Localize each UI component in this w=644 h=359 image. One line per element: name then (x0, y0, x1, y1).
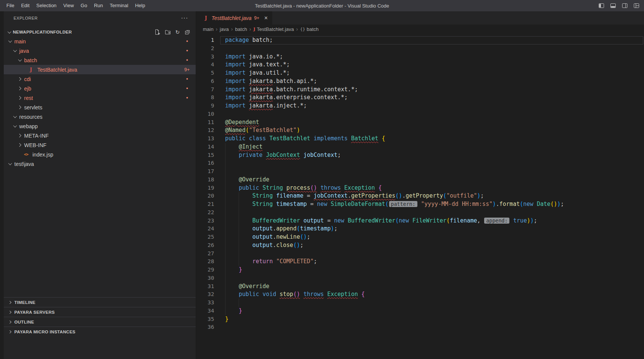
tree-item-webapp[interactable]: webapp (4, 121, 196, 131)
menu-selection[interactable]: Selection (33, 0, 60, 11)
code-line-12[interactable]: @Named("TestBatchlet") (225, 126, 644, 135)
tree-item-web-inf[interactable]: WEB-INF (4, 140, 196, 150)
problems-dot-badge: ● (186, 96, 188, 100)
menu-view[interactable]: View (60, 0, 77, 11)
code-line-25[interactable]: output.newLine(); (225, 233, 644, 241)
tree-item-test-java[interactable]: test\java (4, 159, 196, 169)
code-line-17[interactable] (225, 167, 644, 176)
tree-item-resources[interactable]: resources (4, 112, 196, 121)
code-token: ; (334, 225, 337, 232)
code-token (259, 291, 262, 298)
code-token (225, 201, 252, 207)
code-line-34[interactable]: } (225, 307, 644, 315)
section-payara-servers[interactable]: PAYARA SERVERS (4, 307, 196, 317)
breadcrumb-item-main[interactable]: main (203, 26, 213, 32)
tree-item-cdi[interactable]: cdi● (4, 74, 196, 84)
code-line-2[interactable] (225, 44, 644, 53)
tree-item-label: main (14, 38, 26, 44)
menu-go[interactable]: Go (77, 0, 90, 11)
tab-testbatchlet-java[interactable]: J TestBatchlet.java 9+ × (196, 11, 272, 25)
code-line-20[interactable]: String filename = jobContext.getProperti… (225, 192, 644, 200)
tree-item-rest[interactable]: rest● (4, 93, 196, 103)
code-line-28[interactable]: return "COMPLETED"; (225, 258, 644, 266)
code-line-27[interactable] (225, 250, 644, 258)
close-tab-icon[interactable]: × (264, 15, 268, 21)
code-line-1[interactable]: package batch; (225, 36, 644, 44)
toggle-primary-sidebar-icon[interactable] (598, 3, 604, 9)
toggle-secondary-sidebar-icon[interactable] (622, 3, 628, 9)
breadcrumb-label: java (220, 26, 229, 32)
code-token (510, 217, 513, 224)
section-payara-micro-instances[interactable]: PAYARA MICRO INSTANCES (4, 327, 196, 336)
code-line-16[interactable] (225, 159, 644, 167)
code-line-5[interactable]: import java.util.*; (225, 69, 644, 77)
code-line-32[interactable]: public void stop() throws Exception { (225, 290, 644, 299)
code-token: @Dependent (225, 119, 259, 126)
breadcrumb-item-java[interactable]: java (220, 26, 229, 32)
code-line-23[interactable]: BufferedWriter output = new BufferedWrit… (225, 217, 644, 225)
new-folder-icon[interactable] (165, 29, 171, 35)
line-number: 1 (196, 36, 217, 44)
workspace-root-folder[interactable]: NEWAPPLICATIONFOLDER ↻ (4, 28, 196, 37)
code-line-22[interactable] (225, 209, 644, 217)
tree-item-index-jsp[interactable]: <>index.jsp (4, 150, 196, 159)
code-token: BufferedWriter (252, 217, 300, 224)
code-line-24[interactable]: output.append(timestamp); (225, 225, 644, 233)
code-line-29[interactable]: } (225, 266, 644, 274)
tree-item-main[interactable]: main● (4, 37, 196, 46)
toggle-panel-icon[interactable] (610, 3, 616, 9)
code-editor[interactable]: 1234567891011121314151617181920212223242… (196, 34, 644, 359)
explorer-header: EXPLORER ··· (4, 11, 196, 25)
section-outline[interactable]: OUTLINE (4, 317, 196, 327)
code-line-35[interactable]: } (225, 315, 644, 324)
code-token: import (225, 53, 245, 60)
tree-item-testbatchlet-java[interactable]: JTestBatchlet.java9+ (4, 65, 196, 74)
code-line-4[interactable]: import java.text.*; (225, 61, 644, 69)
code-line-30[interactable] (225, 274, 644, 282)
refresh-explorer-icon[interactable]: ↻ (175, 29, 180, 35)
code-line-9[interactable]: import jakarta.inject.*; (225, 102, 644, 110)
menu-terminal[interactable]: Terminal (106, 0, 132, 11)
code-line-7[interactable]: import jakarta.batch.runtime.context.*; (225, 86, 644, 94)
code-line-3[interactable]: import java.io.*; (225, 53, 644, 61)
tree-item-batch[interactable]: batch● (4, 55, 196, 65)
menu-run[interactable]: Run (90, 0, 106, 11)
code-line-8[interactable]: import jakarta.enterprise.context.*; (225, 94, 644, 102)
tree-item-java[interactable]: java● (4, 46, 196, 55)
code-line-15[interactable]: private JobContext jobContext; (225, 151, 644, 160)
collapse-folders-icon[interactable] (184, 29, 190, 35)
code-line-19[interactable]: public String process() throws Exception… (225, 184, 644, 192)
code-token (358, 291, 361, 298)
code-token: throws (304, 291, 324, 298)
code-line-33[interactable] (225, 299, 644, 307)
code-line-6[interactable]: import jakarta.batch.api.*; (225, 77, 644, 86)
breadcrumb-item-batch[interactable]: {}batch (300, 26, 319, 32)
new-file-icon[interactable] (154, 29, 160, 35)
tree-item-ejb[interactable]: ejb● (4, 84, 196, 93)
menu-help[interactable]: Help (132, 0, 149, 11)
breadcrumb-item-batch[interactable]: batch (235, 26, 247, 32)
code-line-26[interactable]: output.close(); (225, 241, 644, 250)
code-line-36[interactable] (225, 323, 644, 331)
code-line-10[interactable] (225, 110, 644, 118)
code-token: ; (561, 201, 564, 207)
tree-item-meta-inf[interactable]: META-INF (4, 131, 196, 140)
section-timeline[interactable]: TIMELINE (4, 297, 196, 307)
menu-edit[interactable]: Edit (18, 0, 33, 11)
code-line-13[interactable]: public class TestBatchlet implements Bat… (225, 135, 644, 143)
views-and-more-actions-icon[interactable]: ··· (181, 15, 188, 21)
code-token: String (262, 184, 283, 191)
customize-layout-icon[interactable] (633, 3, 639, 9)
breadcrumb-label: batch (235, 26, 247, 32)
code-line-18[interactable]: @Override (225, 176, 644, 184)
code-line-14[interactable]: @Inject (225, 143, 644, 151)
tree-item-servlets[interactable]: servlets (4, 103, 196, 112)
code-token: public (239, 291, 259, 298)
menu-file[interactable]: File (3, 0, 18, 11)
code-token: process (287, 184, 310, 191)
code-line-11[interactable]: @Dependent (225, 118, 644, 127)
code-line-31[interactable]: @Override (225, 282, 644, 291)
code-line-21[interactable]: String timestamp = new SimpleDateFormat(… (225, 200, 644, 209)
chevron-right-icon (18, 134, 21, 138)
breadcrumb-item-testbatchlet-java[interactable]: JTestBatchlet.java (253, 26, 294, 32)
